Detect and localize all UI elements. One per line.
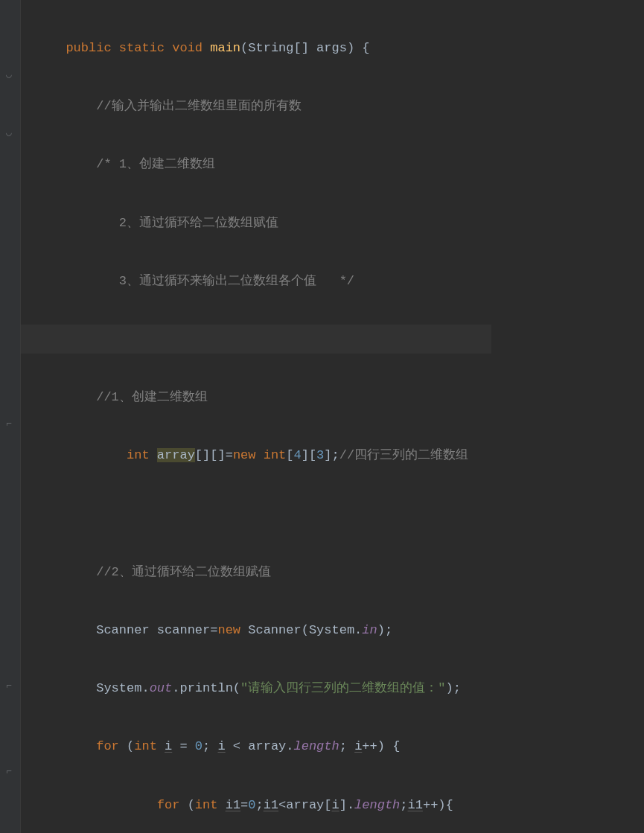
keyword-int: int [264, 448, 287, 462]
keyword-int: int [134, 739, 157, 753]
string-literal: "请输入四行三列的二维数组的值：" [240, 681, 445, 695]
code-text: ; [203, 739, 217, 753]
code-text: [][]= [195, 448, 233, 462]
comment: 3、通过循环来输出二位数组各个值 */ [96, 274, 354, 288]
field-length: length [294, 739, 339, 753]
number-literal: 0 [195, 739, 203, 753]
field-in: in [362, 623, 377, 637]
code-line: /* 1、创建二维数组 [21, 150, 491, 179]
keyword-new: new [217, 623, 240, 637]
code-text: ][ [302, 448, 316, 462]
code-text: System. [96, 681, 149, 695]
gutter-bookmark-icon: ◡ [6, 64, 12, 86]
code-line: int array[][]=new int[4][3];//四行三列的二维数组 [21, 441, 491, 470]
code-line: 3、通过循环来输出二位数组各个值 */ [21, 267, 491, 296]
keyword-for: for [96, 739, 119, 753]
code-text: ++){ [423, 798, 453, 812]
var-i1: i1 [226, 798, 240, 812]
code-line: for (int i1=0;i1<array[i].length;i1++){ [21, 791, 491, 820]
comment: //2、通过循环给二位数组赋值 [96, 565, 271, 579]
code-text: ++) { [362, 739, 400, 753]
code-text: ; [400, 798, 407, 812]
var-i: i [165, 739, 172, 753]
code-text: [ [286, 448, 293, 462]
selected-text: array [157, 448, 195, 462]
method-name: main [210, 41, 240, 55]
var-i1: i1 [264, 798, 278, 812]
code-line: public static void main(String[] args) { [21, 33, 491, 63]
code-text: ); [445, 681, 460, 695]
code-line: //2、通过循环给二位数组赋值 [21, 558, 491, 587]
var-i: i [332, 798, 339, 812]
code-text: = [240, 798, 248, 812]
code-text: Scanner scanner= [96, 623, 217, 637]
code-text: ]; [324, 448, 339, 462]
code-line: //1、创建二维数组 [21, 383, 491, 412]
type-string: String [248, 41, 293, 55]
code-text: ); [377, 623, 392, 637]
keyword-public: public [66, 41, 111, 55]
code-text: <array[ [278, 798, 331, 812]
gutter-end-icon: ⌐ [6, 413, 12, 435]
code-editor[interactable]: public static void main(String[] args) {… [21, 0, 491, 833]
code-text: [] args) { [294, 41, 370, 55]
code-text: ; [339, 739, 354, 753]
code-line: for (int i = 0; i < array.length; i++) { [21, 732, 491, 761]
keyword-for: for [157, 798, 180, 812]
code-line-highlighted [21, 325, 491, 354]
code-line: //输入并输出二维数组里面的所有数 [21, 92, 491, 121]
keyword-void: void [172, 41, 203, 55]
keyword-new: new [233, 448, 256, 462]
editor-gutter: ◡ ◡ ⌐ ⌐ ⌐ [0, 0, 21, 833]
code-text: Scanner(System. [240, 623, 362, 637]
number-literal: 4 [294, 448, 302, 462]
code-text: = [172, 739, 195, 753]
gutter-end-icon: ⌐ [6, 761, 12, 783]
comment: //四行三列的二维数组 [339, 448, 468, 462]
var-i: i [354, 739, 362, 753]
comment: //输入并输出二维数组里面的所有数 [96, 99, 301, 113]
code-text: < array. [226, 739, 294, 753]
comment: /* 1、创建二维数组 [96, 157, 215, 171]
code-line: 2、通过循环给二位数组赋值 [21, 208, 491, 237]
keyword-static: static [119, 41, 165, 55]
comment: 2、通过循环给二位数组赋值 [96, 216, 278, 230]
field-length: length [354, 798, 400, 812]
keyword-int: int [195, 798, 218, 812]
number-literal: 0 [248, 798, 255, 812]
code-line [21, 500, 491, 529]
code-text: .println( [172, 681, 240, 695]
var-i1: i1 [408, 798, 423, 812]
code-text: ; [255, 798, 263, 812]
code-line: Scanner scanner=new Scanner(System.in); [21, 616, 491, 645]
code-text: ]. [339, 798, 354, 812]
code-line: System.out.println("请输入四行三列的二维数组的值："); [21, 674, 491, 703]
field-out: out [150, 681, 173, 695]
keyword-int: int [127, 448, 150, 462]
gutter-bookmark-icon: ◡ [6, 122, 12, 144]
comment: //1、创建二维数组 [96, 390, 208, 404]
gutter-end-icon: ⌐ [6, 675, 12, 698]
number-literal: 3 [316, 448, 324, 462]
var-i: i [217, 739, 225, 753]
